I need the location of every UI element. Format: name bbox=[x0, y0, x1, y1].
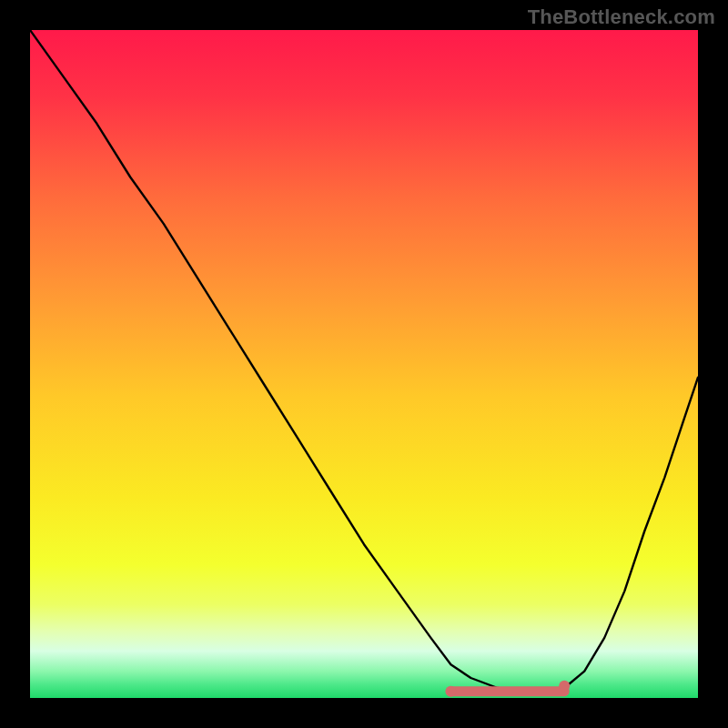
watermark-text: TheBottleneck.com bbox=[528, 5, 715, 29]
chart-frame: TheBottleneck.com bbox=[0, 0, 728, 728]
background-gradient bbox=[30, 30, 698, 698]
svg-rect-0 bbox=[30, 30, 698, 698]
plot-area bbox=[30, 30, 698, 698]
